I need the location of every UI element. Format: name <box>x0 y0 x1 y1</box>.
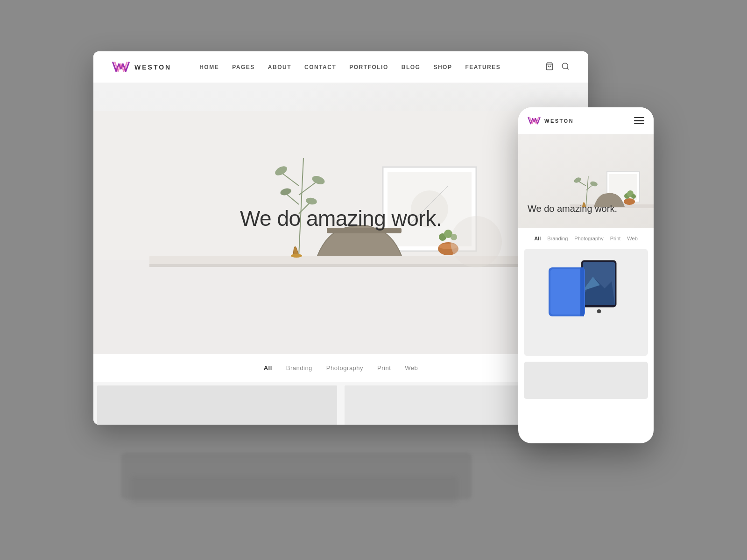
svg-line-2 <box>567 68 568 69</box>
mobile-filter-web[interactable]: Web <box>627 236 637 241</box>
desktop-hero: We do amazing work. <box>93 83 588 354</box>
nav-home[interactable]: HOME <box>199 64 219 70</box>
desktop-navbar: WESTON HOME PAGES ABOUT CONTACT PORTFOLI… <box>93 51 588 83</box>
filter-web[interactable]: Web <box>405 364 418 371</box>
nav-portfolio[interactable]: PORTFOLIO <box>349 64 388 70</box>
mobile-mockup: WESTON <box>518 107 654 443</box>
svg-point-20 <box>291 254 302 258</box>
nav-about[interactable]: ABOUT <box>268 64 291 70</box>
desktop-mockup: WESTON HOME PAGES ABOUT CONTACT PORTFOLI… <box>93 51 588 425</box>
nav-pages[interactable]: PAGES <box>232 64 255 70</box>
mobile-hero: We do amazing work. <box>518 134 654 228</box>
hero-content: We do amazing work. <box>240 206 442 231</box>
filter-branding[interactable]: Branding <box>286 364 312 371</box>
portfolio-cell-1 <box>97 385 337 425</box>
filter-photography[interactable]: Photography <box>326 364 363 371</box>
hero-title: We do amazing work. <box>240 206 442 231</box>
portfolio-grid-hint <box>93 382 588 425</box>
svg-point-49 <box>597 309 601 313</box>
hamburger-line-3 <box>634 123 644 125</box>
svg-point-32 <box>624 198 635 205</box>
desktop-nav-links: HOME PAGES ABOUT CONTACT PORTFOLIO BLOG … <box>199 64 545 70</box>
filter-print[interactable]: Print <box>377 364 391 371</box>
mobile-portfolio-card <box>524 249 648 356</box>
cart-icon[interactable] <box>545 62 554 72</box>
desktop-logo[interactable]: WESTON <box>112 61 171 74</box>
mobile-filter-all[interactable]: All <box>534 236 541 241</box>
mobile-filter-branding[interactable]: Branding <box>547 236 568 241</box>
scene: WESTON HOME PAGES ABOUT CONTACT PORTFOLI… <box>93 51 654 509</box>
tablet-product-illustration <box>539 253 633 351</box>
search-icon[interactable] <box>561 62 570 72</box>
svg-point-35 <box>631 194 636 199</box>
svg-rect-47 <box>550 269 583 315</box>
mobile-filter-bar: All Branding Photography Print Web <box>518 228 654 249</box>
mobile-filter-print[interactable]: Print <box>610 236 621 241</box>
nav-icons <box>545 62 570 72</box>
nav-shop[interactable]: SHOP <box>433 64 452 70</box>
mobile-navbar: WESTON <box>518 107 654 134</box>
hamburger-line-2 <box>634 120 644 121</box>
bg-reflection-2 <box>131 476 458 504</box>
nav-blog[interactable]: BLOG <box>402 64 421 70</box>
svg-point-27 <box>451 216 502 267</box>
mobile-card-bottom <box>524 362 648 399</box>
nav-features[interactable]: FEATURES <box>465 64 500 70</box>
filter-all[interactable]: All <box>264 364 272 371</box>
hamburger-menu[interactable] <box>634 117 644 125</box>
hamburger-line-1 <box>634 117 644 119</box>
mobile-filter-photography[interactable]: Photography <box>574 236 603 241</box>
desktop-filter-bar: All Branding Photography Print Web <box>93 354 588 382</box>
mobile-logo[interactable]: WESTON <box>528 116 634 126</box>
mobile-hero-title: We do amazing work. <box>528 203 617 220</box>
logo-icon <box>112 61 130 74</box>
logo-text: WESTON <box>134 63 171 71</box>
mobile-logo-text: WESTON <box>544 118 574 124</box>
svg-point-1 <box>562 63 568 69</box>
mobile-logo-icon <box>528 116 541 126</box>
nav-contact[interactable]: CONTACT <box>304 64 336 70</box>
svg-rect-48 <box>580 267 584 316</box>
